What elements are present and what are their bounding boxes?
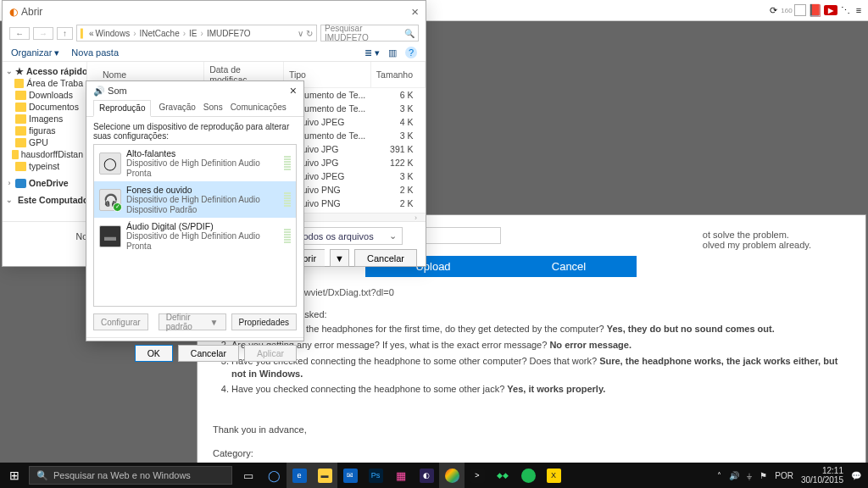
systray[interactable]: ˄ 🔊 ⏚ ⚑ POR 12:1130/10/2015 💬: [717, 466, 868, 485]
list-item: When you plug in the headphones for the …: [231, 323, 850, 336]
ok-button[interactable]: OK: [135, 345, 173, 362]
cancel-sound-button[interactable]: Cancelar: [178, 345, 239, 362]
open-titlebar: ◐ Abrir ×: [3, 1, 426, 22]
lang-indicator[interactable]: POR: [775, 471, 793, 480]
search-input[interactable]: Pesquisar IMUDFE7O🔍: [320, 25, 419, 42]
edge-icon[interactable]: e: [287, 463, 312, 488]
bookmark-icon[interactable]: 📕: [808, 3, 822, 17]
ps-icon[interactable]: Ps: [363, 463, 388, 488]
folder-icon: ▍: [81, 29, 87, 38]
headphones-icon: 🎧✓: [99, 189, 121, 211]
setdefault-button[interactable]: Definir padrão ▼: [159, 313, 226, 330]
this-pc[interactable]: ⌄Este Computador: [4, 194, 85, 206]
organize-menu[interactable]: Organizar ▾: [11, 47, 59, 58]
device-buttons: Configurar Definir padrão ▼ Propriedades: [86, 307, 303, 337]
sound-tabs: Reprodução Gravação Sons Comunicações: [86, 100, 303, 117]
youtube-icon[interactable]: ▶: [824, 5, 837, 15]
breadcrumb[interactable]: ▍ « Windows› INetCache› IE› IMUDFE7O ∨ ↻: [76, 25, 317, 42]
window-icon[interactable]: [794, 4, 806, 16]
sound-title-text: Som: [108, 86, 127, 96]
category-label: Category:: [213, 448, 850, 458]
sidebar-item[interactable]: hausdorffDistan: [4, 148, 85, 160]
task-icons: ▭ ◯ e ▬ ✉ Ps ▦ ◐ > ◆◆ X: [236, 463, 566, 488]
view-icon[interactable]: ≣ ▾: [364, 47, 380, 58]
explorer-icon[interactable]: ▬: [312, 463, 337, 488]
text-a: ot solve the problem.: [703, 230, 789, 240]
chrome-icon[interactable]: [439, 463, 465, 488]
device-row[interactable]: ▬ Áudio Digital (S/PDIF)Dispositivo de H…: [94, 218, 296, 254]
taskview-icon[interactable]: ▭: [236, 463, 261, 488]
notifications-icon[interactable]: 💬: [851, 471, 861, 480]
device-list[interactable]: ◯ Alto-falantesDispositivo de High Defin…: [93, 144, 297, 307]
sidebar-item[interactable]: GPU: [4, 136, 85, 148]
help-icon[interactable]: ?: [405, 47, 417, 58]
chevron-up-icon[interactable]: ˄: [717, 471, 721, 480]
link-text: nxewviet/DxDiag.txt?dl=0: [289, 287, 850, 297]
search-icon: 🔍: [404, 29, 415, 38]
back-button[interactable]: ←: [9, 27, 30, 40]
sidebar-item[interactable]: Imagens: [4, 113, 85, 125]
terminal-icon[interactable]: >: [465, 463, 490, 488]
search-input[interactable]: 🔍 Pesquisar na Web e no Windows: [29, 466, 232, 485]
dialog-title: Abrir: [21, 6, 42, 18]
properties-button[interactable]: Propriedades: [231, 313, 297, 330]
app-spotify-icon[interactable]: [515, 463, 541, 488]
grid-icon[interactable]: ▦: [388, 463, 414, 488]
list-item: Are you getting any error message? If ye…: [231, 339, 850, 352]
app-green-icon[interactable]: ◆◆: [490, 463, 515, 488]
newfolder-button[interactable]: Nova pasta: [71, 47, 119, 58]
cancel-button[interactable]: Cancel: [501, 256, 637, 277]
up-button[interactable]: ↑: [57, 27, 73, 40]
wifi-icon[interactable]: ⏚: [747, 471, 752, 480]
preview-icon[interactable]: ▥: [388, 47, 397, 58]
ok-row: OK Cancelar Aplicar: [86, 337, 303, 369]
question-list: When you plug in the headphones for the …: [231, 323, 850, 396]
start-button[interactable]: ⊞: [0, 469, 29, 482]
cancel-open-button[interactable]: Cancelar: [354, 249, 417, 267]
taskbar: ⊞ 🔍 Pesquisar na Web e no Windows ▭ ◯ e …: [0, 463, 868, 488]
cortana-icon[interactable]: ◯: [261, 463, 287, 488]
clock[interactable]: 12:1130/10/2015: [801, 466, 843, 485]
reload-icon[interactable]: ⟳: [767, 4, 779, 16]
thanks-text: Thank you in advance,: [213, 424, 850, 435]
sidebar-item[interactable]: Documentos: [4, 101, 85, 113]
speaker-device-icon: ◯: [99, 152, 121, 175]
sidebar-item[interactable]: Downloads: [4, 89, 85, 101]
filetype-select[interactable]: Todos os arquivos⌄: [292, 227, 403, 245]
search-icon: 🔍: [36, 470, 48, 481]
filename-label: No: [11, 231, 87, 241]
flag-icon[interactable]: ⚑: [760, 471, 767, 480]
device-row[interactable]: 🎧✓ Fones de ouvidoDispositivo de High De…: [94, 181, 296, 218]
close-icon[interactable]: ×: [290, 84, 297, 97]
sidebar-item[interactable]: typeinst: [4, 160, 85, 172]
apply-button[interactable]: Aplicar: [244, 345, 297, 362]
close-icon[interactable]: ×: [411, 4, 419, 19]
speaker-icon: 🔊: [93, 86, 105, 97]
mail-icon[interactable]: ✉: [337, 463, 363, 488]
quick-access[interactable]: ⌄★ Acesso rápido: [4, 65, 85, 77]
sound-titlebar: 🔊 Som ×: [86, 81, 303, 100]
nav-pane[interactable]: ⌄★ Acesso rápido Área de Traba Downloads…: [3, 62, 87, 221]
breadcrumb-row: ← → ↑ ▍ « Windows› INetCache› IE› IMUDFE…: [3, 22, 426, 44]
configure-button[interactable]: Configurar: [93, 313, 148, 330]
sidebar-item[interactable]: Área de Traba: [4, 77, 85, 89]
open-caret[interactable]: ▼: [330, 249, 349, 267]
device-row[interactable]: ◯ Alto-falantesDispositivo de High Defin…: [94, 145, 296, 181]
tab-comm[interactable]: Comunicações: [231, 100, 287, 116]
badge: 160: [781, 4, 793, 16]
onedrive[interactable]: ›OneDrive: [4, 177, 85, 189]
spdif-icon: ▬: [99, 225, 121, 247]
volume-icon[interactable]: 🔊: [729, 471, 739, 480]
sidebar-item[interactable]: figuras: [4, 125, 85, 136]
menu-icon[interactable]: ≡: [853, 4, 865, 16]
fwd-button[interactable]: →: [33, 27, 53, 40]
more-icon[interactable]: ⋱: [839, 4, 851, 16]
check-icon: ✓: [113, 202, 122, 212]
eclipse-icon[interactable]: ◐: [414, 463, 439, 488]
asked-label: et asked:: [289, 309, 850, 319]
tab-playback[interactable]: Reprodução: [93, 100, 151, 117]
tab-recording[interactable]: Gravação: [159, 100, 195, 116]
firefox-icon: ◐: [9, 6, 18, 18]
tab-sounds[interactable]: Sons: [203, 100, 223, 116]
app-x-icon[interactable]: X: [541, 463, 566, 488]
